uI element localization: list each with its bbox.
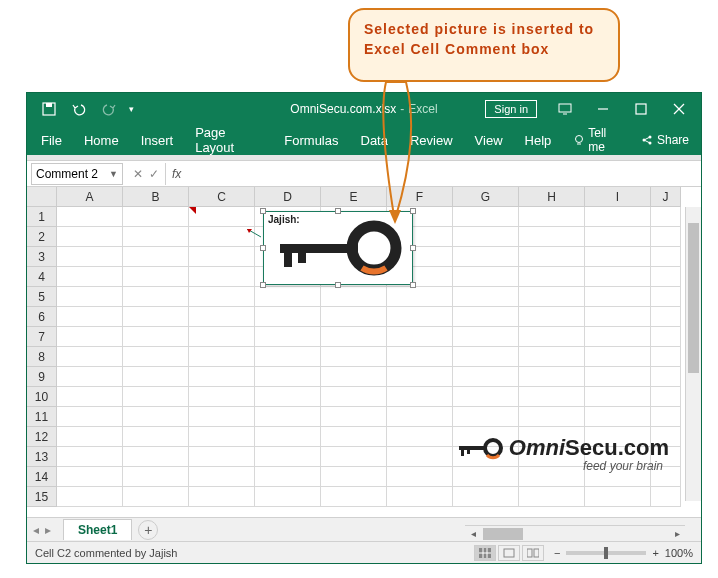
row-header[interactable]: 6 [27,307,57,327]
cell[interactable] [57,267,123,287]
name-box[interactable]: Comment 2 ▼ [31,163,123,185]
cell[interactable] [453,347,519,367]
view-normal-button[interactable] [474,545,496,561]
cell[interactable] [519,307,585,327]
cell[interactable] [57,407,123,427]
row-header[interactable]: 1 [27,207,57,227]
resize-handle[interactable] [410,282,416,288]
cell[interactable] [189,287,255,307]
signin-button[interactable]: Sign in [485,100,537,118]
cell[interactable] [585,327,651,347]
cell[interactable] [57,207,123,227]
cell[interactable] [387,287,453,307]
cell[interactable] [189,207,255,227]
cell[interactable] [189,467,255,487]
zoom-slider[interactable] [566,551,646,555]
resize-handle[interactable] [260,245,266,251]
cell[interactable] [453,307,519,327]
col-header[interactable]: I [585,187,651,207]
cell[interactable] [651,267,681,287]
col-header[interactable]: A [57,187,123,207]
formula-input[interactable] [187,163,701,185]
cell[interactable] [387,427,453,447]
cell[interactable] [189,267,255,287]
cell[interactable] [189,487,255,507]
cell[interactable] [651,287,681,307]
zoom-in-button[interactable]: + [652,547,658,559]
row-header[interactable]: 5 [27,287,57,307]
cell[interactable] [321,427,387,447]
accept-formula-button[interactable]: ✓ [149,167,159,181]
cell[interactable] [255,287,321,307]
zoom-out-button[interactable]: − [554,547,560,559]
cell[interactable] [189,247,255,267]
share-button[interactable]: Share [633,133,697,147]
cell[interactable] [387,447,453,467]
cell[interactable] [57,327,123,347]
cancel-formula-button[interactable]: ✕ [133,167,143,181]
cell[interactable] [321,407,387,427]
cell[interactable] [321,487,387,507]
cell[interactable] [123,387,189,407]
cell[interactable] [255,387,321,407]
cell[interactable] [585,367,651,387]
cell[interactable] [123,347,189,367]
cell[interactable] [387,387,453,407]
cell[interactable] [321,447,387,467]
sheet-nav-next[interactable]: ▸ [45,523,51,537]
row-header[interactable]: 9 [27,367,57,387]
cell[interactable] [453,327,519,347]
cell[interactable] [585,387,651,407]
cell[interactable] [651,367,681,387]
cell[interactable] [453,267,519,287]
tellme-button[interactable]: Tell me [565,126,631,154]
cell[interactable] [123,467,189,487]
cell[interactable] [585,307,651,327]
row-header[interactable]: 4 [27,267,57,287]
cell[interactable] [453,207,519,227]
cell[interactable] [189,327,255,347]
row-header[interactable]: 8 [27,347,57,367]
cell[interactable] [255,487,321,507]
col-header[interactable]: B [123,187,189,207]
minimize-button[interactable] [585,95,621,123]
cell[interactable] [453,247,519,267]
cell[interactable] [57,427,123,447]
add-sheet-button[interactable]: + [138,520,158,540]
row-header[interactable]: 12 [27,427,57,447]
redo-button[interactable] [95,95,123,123]
hscroll-thumb[interactable] [483,528,523,540]
row-header[interactable]: 7 [27,327,57,347]
cell[interactable] [255,307,321,327]
cell[interactable] [519,247,585,267]
cell[interactable] [123,247,189,267]
col-header[interactable]: C [189,187,255,207]
cell[interactable] [189,227,255,247]
ribbon-options-button[interactable] [547,95,583,123]
resize-handle[interactable] [335,208,341,214]
cell[interactable] [519,367,585,387]
fx-label[interactable]: fx [166,167,187,181]
row-header[interactable]: 11 [27,407,57,427]
cell[interactable] [123,407,189,427]
tab-help[interactable]: Help [515,127,562,154]
cell[interactable] [651,227,681,247]
cell[interactable] [651,207,681,227]
cell[interactable] [585,247,651,267]
cell[interactable] [57,487,123,507]
cell[interactable] [57,307,123,327]
cell[interactable] [123,267,189,287]
tab-file[interactable]: File [31,127,72,154]
namebox-dropdown-icon[interactable]: ▼ [109,169,118,179]
cell[interactable] [519,387,585,407]
cell[interactable] [387,307,453,327]
cell[interactable] [123,447,189,467]
cell[interactable] [585,267,651,287]
cell[interactable] [57,387,123,407]
cell[interactable] [519,327,585,347]
cell[interactable] [519,227,585,247]
cell[interactable] [123,487,189,507]
cell[interactable] [651,307,681,327]
cell[interactable] [321,287,387,307]
cell[interactable] [321,367,387,387]
